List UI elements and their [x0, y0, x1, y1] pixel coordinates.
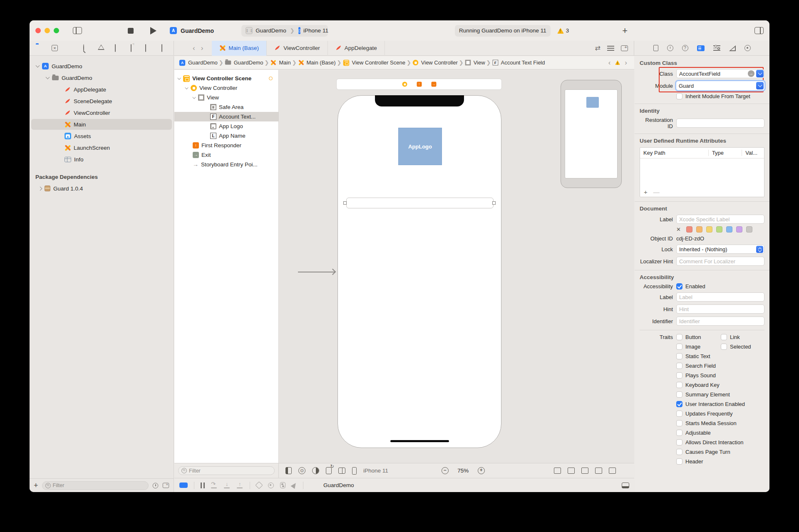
chevron-right-icon[interactable] — [38, 186, 42, 191]
document-label-field[interactable] — [676, 215, 764, 224]
debug-navigator-icon[interactable] — [129, 45, 136, 52]
running-app-label[interactable]: GuardDemo — [323, 482, 354, 488]
next-issue-icon[interactable]: › — [622, 59, 630, 67]
breakpoint-navigator-icon[interactable] — [145, 45, 152, 52]
module-dropdown-icon[interactable] — [756, 82, 764, 89]
add-attribute-button[interactable]: + — [644, 188, 648, 195]
view-controller-icon[interactable] — [402, 82, 407, 87]
color-scheme-icon[interactable] — [312, 467, 319, 474]
trait-checkbox-starts-media-session[interactable] — [676, 420, 682, 426]
restoration-id-field[interactable] — [676, 119, 764, 128]
outline-item-app-logo[interactable]: App Logo — [174, 121, 278, 131]
app-logo-image-view[interactable]: AppLogo — [398, 128, 442, 165]
toggle-inspector-icon[interactable] — [754, 27, 764, 34]
trait-checkbox-image[interactable] — [676, 344, 682, 350]
chevron-down-icon[interactable] — [177, 76, 181, 79]
resolve-auto-layout-icon[interactable] — [609, 468, 616, 474]
breadcrumb-group[interactable]: GuardDemo — [224, 59, 264, 66]
related-items-icon[interactable] — [179, 45, 186, 52]
interface-builder-canvas[interactable]: ↑ → AppLogo — [279, 70, 634, 463]
color-swatch-blue[interactable] — [726, 226, 732, 233]
align-constraints-icon[interactable] — [581, 468, 588, 474]
zoom-level[interactable]: 75% — [455, 468, 471, 474]
trait-checkbox-search-field[interactable] — [676, 363, 682, 369]
trait-checkbox-updates-frequently[interactable] — [676, 411, 682, 417]
color-swatch-red[interactable] — [686, 226, 692, 233]
go-forward-icon[interactable]: › — [198, 44, 206, 52]
add-constraints-icon[interactable] — [595, 468, 602, 474]
trait-checkbox-keyboard-key[interactable] — [676, 382, 682, 388]
view-hierarchy-debugger-icon[interactable] — [255, 481, 263, 489]
source-control-navigator-icon[interactable]: ✕ — [51, 45, 59, 52]
warning-badge[interactable]: 3 — [557, 27, 569, 34]
toggle-console-icon[interactable] — [622, 483, 629, 488]
close-window-button[interactable] — [35, 28, 41, 33]
outline-filter-field[interactable]: Filter — [178, 466, 275, 475]
outline-item-entry-point[interactable]: → Storyboard Entry Poi... — [174, 160, 278, 169]
trait-checkbox-causes-page-turn[interactable] — [676, 449, 682, 455]
outline-item-exit[interactable]: → Exit — [174, 150, 278, 160]
tree-item-main-storyboard[interactable]: Main — [30, 119, 174, 130]
jump-to-class-icon[interactable]: → — [748, 70, 754, 77]
tree-item-scenedelegate[interactable]: SceneDelegate — [30, 95, 174, 107]
symbol-navigator-icon[interactable] — [67, 45, 74, 52]
tree-item-appdelegate[interactable]: AppDelegate — [30, 84, 174, 95]
tab-main-storyboard[interactable]: Main (Base) — [212, 41, 267, 56]
trait-checkbox-static-text[interactable] — [676, 353, 682, 359]
simulate-location-icon[interactable] — [290, 482, 298, 489]
trait-checkbox-adjustable[interactable] — [676, 430, 682, 436]
recent-files-filter-icon[interactable] — [153, 483, 159, 488]
new-tab-button[interactable]: + — [622, 25, 628, 36]
tab-appdelegate[interactable]: AppDelegate — [328, 41, 385, 56]
history-inspector-icon[interactable] — [667, 45, 673, 51]
outline-item-app-name[interactable]: L App Name — [174, 131, 278, 141]
breadcrumb-view-controller[interactable]: View Controller — [412, 59, 458, 66]
color-swatch-purple[interactable] — [736, 226, 742, 233]
first-responder-icon[interactable]: ↑ — [417, 82, 422, 87]
breadcrumb-project[interactable]: A GuardDemo — [179, 59, 218, 66]
tree-item-project[interactable]: A GuardDemo — [30, 60, 174, 72]
module-field[interactable]: Guard — [676, 81, 764, 90]
accessibility-enabled-checkbox[interactable] — [676, 283, 682, 290]
breadcrumb-account-text-field[interactable]: F Account Text Field — [492, 59, 546, 66]
attributes-inspector-icon[interactable] — [713, 45, 720, 51]
editor-only-icon[interactable] — [285, 467, 292, 474]
issue-navigator-icon[interactable] — [98, 45, 105, 52]
chevron-down-icon[interactable] — [192, 95, 196, 99]
trait-checkbox-link[interactable] — [721, 334, 727, 340]
storyboard-entry-point-arrow[interactable] — [298, 272, 335, 272]
scheme-selector[interactable]: ⋮⋮ GuardDemo ❯ ▯ iPhone 11 — [241, 25, 328, 37]
tree-item-group[interactable]: GuardDemo — [30, 72, 174, 84]
device-label[interactable]: iPhone 11 — [363, 468, 388, 474]
outline-item-scene[interactable]: View Controller Scene — [174, 74, 278, 83]
step-out-icon[interactable] — [237, 483, 243, 488]
outline-item-first-responder[interactable]: ↑ First Responder — [174, 141, 278, 150]
outline-item-view[interactable]: View — [174, 93, 278, 102]
trait-checkbox-user-interaction-enabled[interactable] — [676, 401, 682, 407]
exit-icon[interactable]: → — [431, 82, 436, 87]
zoom-in-button[interactable]: + — [478, 467, 485, 474]
acc-hint-field[interactable] — [676, 304, 764, 314]
view-controller-device-frame[interactable]: AppLogo — [337, 95, 501, 448]
memory-graph-icon[interactable] — [268, 483, 274, 488]
file-inspector-icon[interactable] — [653, 45, 658, 51]
source-control-filter-icon[interactable] — [163, 483, 169, 488]
chevron-down-icon[interactable] — [36, 64, 40, 68]
chevron-down-icon[interactable] — [46, 75, 50, 79]
tree-item-guard-package[interactable]: Guard 1.0.4 — [30, 183, 174, 194]
tree-item-info-plist[interactable]: Info — [30, 153, 174, 165]
breakpoints-toggle-icon[interactable] — [179, 483, 188, 488]
size-inspector-icon[interactable] — [729, 45, 736, 51]
selection-handle-right[interactable] — [492, 201, 496, 205]
quick-help-inspector-icon[interactable]: ? — [682, 45, 688, 51]
outline-item-view-controller[interactable]: View Controller — [174, 83, 278, 93]
navigator-filter-field[interactable]: Filter — [42, 481, 149, 490]
environment-overrides-icon[interactable] — [280, 482, 285, 488]
outline-item-safe-area[interactable]: Safe Area — [174, 102, 278, 112]
pause-execution-icon[interactable] — [201, 483, 205, 488]
color-swatch-green[interactable] — [716, 226, 722, 233]
breadcrumb-scene[interactable]: View Controller Scene — [342, 59, 406, 66]
go-back-icon[interactable]: ‹ — [190, 44, 198, 52]
test-navigator-icon[interactable] — [114, 45, 121, 52]
tree-item-launchscreen[interactable]: LaunchScreen — [30, 142, 174, 153]
